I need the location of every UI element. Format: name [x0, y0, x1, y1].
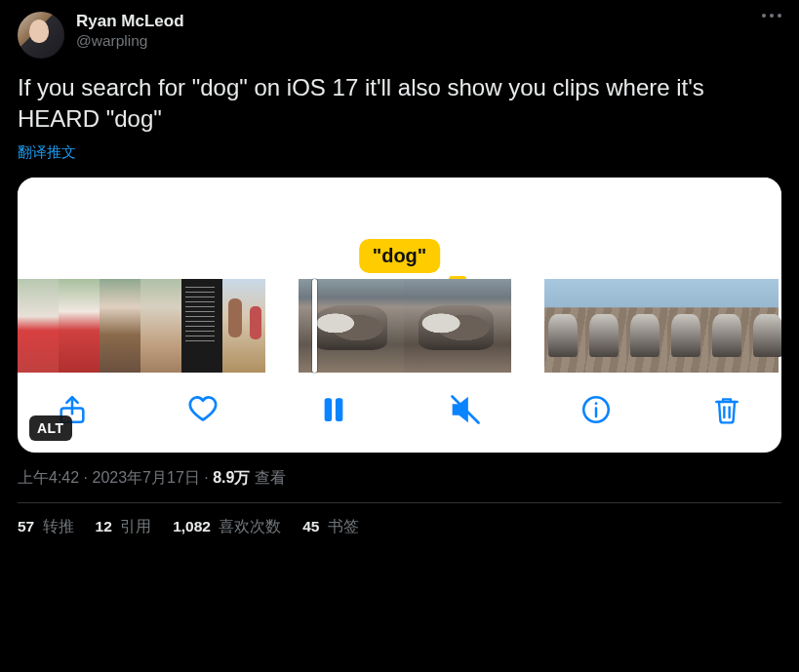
thumbnail[interactable]: [222, 279, 265, 373]
thumbnail[interactable]: [708, 279, 749, 373]
thumbnail[interactable]: [181, 279, 222, 373]
thumbnail[interactable]: [100, 279, 140, 373]
meta-time[interactable]: 上午4:42: [18, 469, 79, 486]
divider: [18, 502, 781, 503]
stat-likes[interactable]: 1,082 喜欢次数: [173, 517, 281, 537]
translate-link[interactable]: 翻译推文: [18, 143, 781, 162]
clip-group-1[interactable]: [18, 279, 265, 373]
media-card-top: "dog": [18, 178, 781, 279]
tweet-header: Ryan McLeod @warpling: [18, 12, 781, 59]
thumbnail[interactable]: [626, 279, 667, 373]
more-icon[interactable]: [762, 14, 781, 18]
clip-gap: [265, 279, 299, 373]
thumbnail[interactable]: [749, 279, 779, 373]
svg-rect-1: [326, 399, 332, 421]
tweet: Ryan McLeod @warpling If you search for …: [0, 0, 799, 545]
heart-icon[interactable]: [183, 390, 222, 429]
clip-group-2[interactable]: [299, 279, 511, 373]
info-icon[interactable]: [577, 390, 616, 429]
mute-icon[interactable]: [446, 390, 485, 429]
author-names[interactable]: Ryan McLeod @warpling: [76, 12, 184, 50]
tweet-stats: 57 转推 12 引用 1,082 喜欢次数 45 书签: [18, 517, 781, 537]
meta-date[interactable]: 2023年7月17日: [92, 469, 199, 486]
thumbnail[interactable]: [585, 279, 626, 373]
svg-rect-2: [337, 399, 342, 421]
display-name: Ryan McLeod: [76, 12, 184, 31]
clip-group-3[interactable]: [544, 279, 779, 373]
tweet-text: If you search for "dog" on iOS 17 it'll …: [18, 72, 781, 136]
pause-icon[interactable]: [314, 390, 353, 429]
thumbnail[interactable]: [667, 279, 708, 373]
handle: @warpling: [76, 32, 184, 50]
svg-point-6: [594, 402, 597, 405]
thumbnail[interactable]: [59, 279, 100, 373]
thumbnail[interactable]: [544, 279, 585, 373]
stat-quotes[interactable]: 12 引用: [96, 517, 152, 537]
search-chip: "dog": [359, 239, 441, 273]
thumbnail[interactable]: [18, 279, 59, 373]
views-label: 查看: [250, 469, 285, 486]
media-toolbar: [18, 373, 781, 453]
views-count: 8.9万: [213, 469, 250, 486]
thumbnail[interactable]: [404, 279, 511, 373]
stat-retweets[interactable]: 57 转推: [18, 517, 74, 537]
stat-bookmarks[interactable]: 45 书签: [302, 517, 359, 537]
clip-strip[interactable]: [18, 279, 781, 373]
trash-icon[interactable]: [707, 390, 746, 429]
alt-badge[interactable]: ALT: [29, 415, 72, 441]
tweet-meta: 上午4:42 · 2023年7月17日 · 8.9万 查看: [18, 468, 781, 489]
clip-gap: [511, 279, 544, 373]
avatar[interactable]: [18, 12, 64, 59]
media-card[interactable]: "dog": [18, 178, 781, 453]
playhead[interactable]: [312, 279, 317, 373]
thumbnail[interactable]: [140, 279, 181, 373]
